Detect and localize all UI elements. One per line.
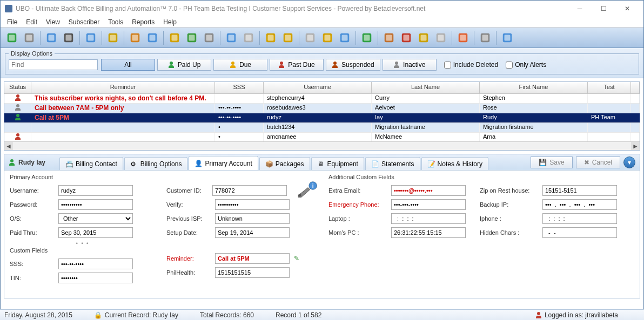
toolbar-help-icon[interactable]	[499, 30, 515, 46]
tab-primary-account[interactable]: 👤Primary Account	[189, 156, 258, 170]
toolbar-gear-icon[interactable]	[21, 30, 37, 46]
tin-label: TIN:	[10, 275, 54, 281]
os-select[interactable]: Other	[58, 213, 133, 224]
svg-rect-19	[189, 35, 195, 40]
menu-subscriber[interactable]: Subscriber	[64, 17, 104, 27]
filter-due[interactable]: Due	[213, 59, 267, 71]
svg-point-54	[298, 194, 301, 196]
tab-notes-history[interactable]: 📝Notes & History	[421, 157, 488, 170]
toolbar-trash-icon[interactable]	[415, 30, 432, 46]
filter-all[interactable]: All	[101, 59, 155, 71]
toolbar-user-card-icon[interactable]	[144, 30, 160, 46]
menu-file[interactable]: File	[3, 17, 22, 27]
minimize-button[interactable]: ─	[568, 1, 592, 16]
toolbar-separator	[220, 31, 220, 45]
toolbar-box-icon[interactable]	[381, 30, 397, 46]
toolbar-note-icon[interactable]	[166, 30, 183, 46]
toolbar-globe-icon[interactable]	[184, 30, 200, 46]
setupdate-input[interactable]	[215, 227, 290, 238]
extraemail-input[interactable]	[391, 185, 466, 196]
window-title: UBO - Ultimate Back Office Billing and A…	[16, 5, 568, 12]
only-alerts-label: Only Alerts	[515, 61, 546, 69]
iphone-input[interactable]	[542, 213, 617, 224]
collapse-dots[interactable]: • • •	[10, 241, 156, 246]
toolbar-copy-icon[interactable]	[302, 30, 318, 46]
philhealth-input[interactable]	[215, 267, 290, 278]
toolbar-shield-icon[interactable]	[105, 30, 121, 46]
toolbar-doc-add-icon[interactable]	[280, 30, 296, 46]
save-button[interactable]: 💾 Save	[531, 156, 572, 168]
toolbar-separator	[378, 31, 378, 45]
col-username[interactable]: Username	[264, 82, 372, 93]
laptop-input[interactable]	[391, 213, 466, 224]
filter-past-due[interactable]: Past Due	[270, 59, 324, 71]
find-input[interactable]	[9, 59, 98, 70]
hiddenchars-input[interactable]	[542, 227, 617, 238]
toolbar-funnel-icon[interactable]	[61, 30, 77, 46]
tab-billing-options[interactable]: ⚙Billing Options	[124, 157, 188, 170]
table-row[interactable]: This subscriber works nights, so don't c…	[4, 94, 640, 104]
toolbar-spam-icon[interactable]	[398, 30, 414, 46]
only-alerts-checkbox[interactable]: Only Alerts	[506, 61, 546, 69]
toolbar-contact-icon[interactable]	[127, 30, 143, 46]
menu-edit[interactable]: Edit	[22, 17, 42, 27]
toolbar-report-icon[interactable]	[433, 30, 449, 46]
tab-packages[interactable]: 📦Packages	[259, 157, 310, 170]
maximize-button[interactable]: ☐	[592, 1, 615, 16]
zip-input[interactable]	[542, 185, 617, 196]
toolbar-wifi-icon[interactable]	[201, 30, 217, 46]
toolbar-mail-out-icon[interactable]	[223, 30, 239, 46]
previsp-input[interactable]	[215, 213, 290, 224]
toolbar-lifebuoy-icon[interactable]	[455, 30, 471, 46]
col-test[interactable]: Test	[588, 82, 631, 93]
filter-suspended[interactable]: Suspended	[326, 59, 380, 71]
toolbar-add-user-icon[interactable]	[4, 30, 20, 46]
col-sss[interactable]: SSS	[215, 82, 264, 93]
table-row[interactable]: Call at 5PM•••-••-••••rudyzIayRudyPH Tea…	[4, 113, 640, 123]
close-button[interactable]: ✕	[615, 1, 639, 16]
col-firstname[interactable]: First Name	[480, 82, 588, 93]
tab-statements[interactable]: 📄Statements	[365, 157, 420, 170]
password-input[interactable]	[58, 199, 133, 210]
table-row[interactable]: Call between 7AM - 5PM only•••-••-••••ro…	[4, 104, 640, 113]
menu-help[interactable]: Help	[159, 17, 181, 27]
subscriber-name-label: Rudy Iay	[18, 159, 45, 166]
tab-equipment[interactable]: 🖥Equipment	[311, 157, 364, 170]
toolbar-note-add-icon[interactable]	[263, 30, 279, 46]
col-lastname[interactable]: Last Name	[372, 82, 480, 93]
backupip-input[interactable]	[542, 199, 617, 210]
grid-hscroll[interactable]: ◄►	[4, 141, 640, 150]
toolbar-mail-in-icon[interactable]	[43, 30, 59, 46]
col-status[interactable]: Status	[4, 82, 31, 93]
menu-reports[interactable]: Reports	[128, 17, 159, 27]
toolbar-clock-icon[interactable]	[83, 30, 99, 46]
toolbar-sheet-icon[interactable]	[319, 30, 336, 46]
iphone-label: Iphone :	[480, 215, 538, 222]
filter-inactive[interactable]: Inactive	[383, 59, 437, 71]
svg-rect-5	[49, 35, 55, 40]
menu-tools[interactable]: Tools	[104, 17, 128, 27]
grid-body[interactable]: This subscriber works nights, so don't c…	[4, 94, 640, 142]
tin-input[interactable]	[58, 273, 133, 283]
toolbar-tech-icon[interactable]	[359, 30, 375, 46]
menu-view[interactable]: View	[42, 17, 64, 27]
verify-input[interactable]	[215, 199, 290, 210]
expand-down-button[interactable]: ▾	[623, 156, 635, 168]
customerid-input[interactable]	[212, 185, 287, 196]
table-row[interactable]: •butch1234Migration lastnameMigration fi…	[4, 123, 640, 133]
emergphone-input[interactable]	[391, 199, 466, 210]
reminder-input[interactable]	[215, 253, 290, 264]
cancel-button[interactable]: ✖ Cancel	[576, 156, 620, 168]
toolbar-user-del-icon[interactable]	[477, 30, 493, 46]
edit-reminder-icon[interactable]: ✎	[294, 255, 299, 262]
mompc-input[interactable]	[391, 227, 466, 238]
tab-billing-contact[interactable]: 📇Billing Contact	[59, 157, 123, 170]
include-deleted-checkbox[interactable]: Include Deleted	[444, 61, 498, 69]
filter-paid-up[interactable]: Paid Up	[157, 59, 211, 71]
username-input[interactable]	[58, 185, 133, 196]
col-reminder[interactable]: Reminder	[31, 82, 215, 93]
sss-input[interactable]	[58, 258, 133, 269]
paidthru-input[interactable]	[58, 227, 133, 238]
toolbar-chart-icon[interactable]	[337, 30, 353, 46]
toolbar-envelope-icon[interactable]	[240, 30, 257, 46]
